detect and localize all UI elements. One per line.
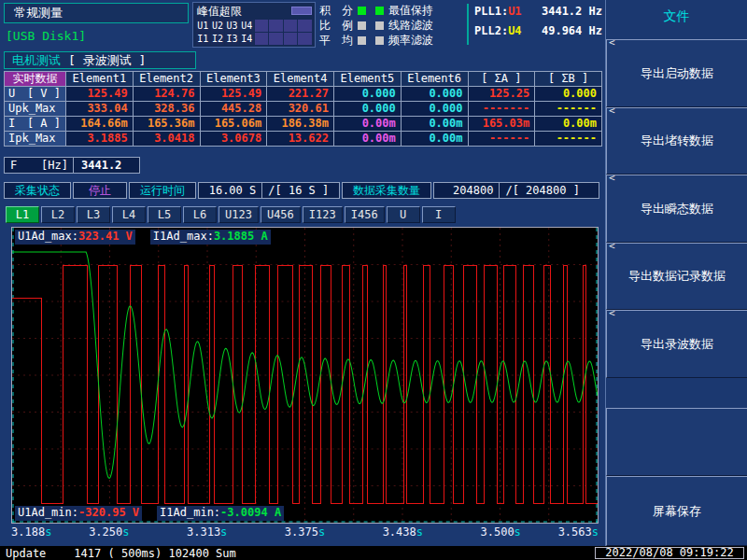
- sidebar-button-export-1[interactable]: <导出启动数据: [606, 39, 747, 107]
- sidebar-button-label: 导出录波数据: [641, 336, 713, 353]
- tab-L5[interactable]: L5: [148, 206, 181, 223]
- tab-L6[interactable]: L6: [183, 206, 217, 223]
- sidebar-button-export-4[interactable]: <导出数据记录数据: [606, 243, 747, 310]
- wave-min-labels: U1Ad_min:-320.95 V I1Ad_min:-3.0094 A: [15, 506, 284, 521]
- tab-I[interactable]: I: [422, 206, 456, 223]
- toggle-row: 线路滤波: [375, 19, 433, 34]
- peak-cell-I4: I4: [240, 33, 254, 45]
- tab-U456[interactable]: U456: [261, 206, 301, 223]
- table-cell-value: 0.000: [334, 102, 402, 117]
- table-cell-value: 186.38m: [267, 117, 334, 132]
- sample-count-value: 204800: [447, 183, 499, 198]
- table-cell-value: 320.61: [267, 102, 334, 117]
- chevron-left-icon: <: [609, 242, 615, 251]
- tab-L4[interactable]: L4: [112, 206, 146, 223]
- toggle-checkbox[interactable]: [358, 7, 366, 15]
- tab-L2[interactable]: L2: [41, 206, 75, 223]
- x-tick-unit: s: [416, 525, 423, 539]
- tab-U123[interactable]: U123: [218, 206, 259, 223]
- sidebar-button-export-5[interactable]: <导出录波数据: [606, 310, 747, 378]
- table-cell-value: 0.00m: [402, 132, 469, 147]
- toggle-checkbox[interactable]: [375, 21, 384, 30]
- x-tick-unit: s: [318, 525, 325, 539]
- table-cell-value: 0.00m: [535, 117, 602, 132]
- frequency-label: F [Hz]: [5, 158, 74, 173]
- tab-L1[interactable]: L1: [6, 206, 39, 223]
- table-cell-value: 3.0418: [134, 132, 201, 147]
- sidebar-button-export-2[interactable]: <导出堵转数据: [606, 107, 747, 175]
- u-min-readout: U1Ad_min:-320.95 V: [15, 506, 142, 521]
- sidebar-button-export-3[interactable]: <导出瞬态数据: [606, 175, 747, 243]
- table-row-label: I[ A ]: [5, 117, 66, 132]
- table-col-header: Element4: [267, 72, 334, 87]
- tab-I123[interactable]: I123: [303, 206, 343, 223]
- footer-bar: Update 1417 ( 500ms) 102400 Sum 2022/08/…: [0, 546, 747, 560]
- table-col-header: Element1: [66, 72, 134, 87]
- tab-I456[interactable]: I456: [345, 206, 385, 223]
- peak-cell-empty: [269, 33, 283, 45]
- u-min-unit: V: [126, 506, 139, 519]
- pll2-row: PLL2: U4 49.964 Hz: [474, 23, 602, 38]
- table-cell-value: 125.49: [66, 87, 134, 102]
- i-max-unit: A: [254, 230, 267, 243]
- toggle-checkbox[interactable]: [358, 36, 366, 45]
- peak-cell-I3: I3: [225, 33, 239, 45]
- table-cell-value: ------: [535, 132, 602, 147]
- frequency-box: F [Hz] 3441.2: [4, 157, 140, 174]
- row-label-text: Upk_Max: [8, 102, 56, 116]
- update-label: Update: [6, 547, 46, 560]
- table-col-header: Element5: [334, 72, 402, 87]
- x-tick-number: 3.188: [11, 525, 45, 539]
- toggle-checkbox[interactable]: [358, 21, 366, 30]
- trace-i1: [12, 252, 598, 478]
- toggle-group-right: 最值保持线路滤波频率滤波: [375, 4, 433, 49]
- table-cell-value: 0.000: [402, 87, 469, 102]
- test-mode-name: 电机测试: [12, 52, 61, 69]
- table-col-header: Element3: [201, 72, 268, 87]
- table-col-header: Element2: [134, 72, 201, 87]
- table-cell-value: 165.36m: [134, 117, 201, 132]
- row-label-text: U: [8, 87, 15, 101]
- peak-cell-empty: [284, 20, 298, 32]
- acquisition-status-row: 采集状态 停止 运行时间 16.00 S /[ 16 S ] 数据采集数量 20…: [4, 182, 599, 199]
- x-tick-label: 3.500s: [480, 525, 520, 539]
- table-cell-value: -------: [469, 102, 536, 117]
- toggle-checkbox[interactable]: [375, 36, 384, 45]
- measure-mode-title: 常规测量: [14, 6, 63, 20]
- i-min-readout: I1Ad_min:-3.0094 A: [157, 506, 284, 521]
- x-tick-label: 3.313s: [187, 525, 227, 539]
- x-tick-label: 3.438s: [383, 525, 423, 539]
- chevron-left-icon: <: [609, 38, 615, 48]
- tab-L3[interactable]: L3: [77, 206, 110, 223]
- x-tick-unit: s: [514, 525, 521, 539]
- i-max-label: I1Ad_max:: [153, 230, 214, 243]
- instrument-screen: 常规测量 [USB Disk1] 峰值超限 U1U2U3U4I1I2I3I4 积…: [0, 0, 747, 560]
- toggle-label: 积 分: [319, 4, 353, 17]
- row-unit-text: [ V ]: [27, 87, 61, 101]
- table-cell-value: 165.03m: [469, 117, 536, 132]
- pll2-value: 49.964 Hz: [542, 23, 602, 38]
- toggle-row: 比 例: [319, 19, 366, 34]
- i-min-unit: A: [268, 506, 281, 519]
- toggle-checkbox[interactable]: [375, 7, 384, 15]
- pll1-label: PLL1:: [474, 4, 508, 19]
- x-tick-unit: s: [220, 525, 227, 539]
- realtime-table: 实时数据Element1Element2Element3Element4Elem…: [4, 71, 602, 147]
- sidebar-button-save[interactable]: 屏幕保存: [606, 476, 747, 546]
- pll1-value: 3441.2 Hz: [542, 4, 602, 19]
- i-max-value: 3.1885: [214, 230, 254, 243]
- peak-cell-U2: U2: [211, 20, 225, 32]
- u-min-value: -320.95: [78, 506, 126, 519]
- toggle-row: 积 分: [319, 4, 366, 19]
- freq-symbol: F: [10, 159, 17, 172]
- table-cell-value: 3.0678: [201, 132, 268, 147]
- x-tick-label: 3.250s: [89, 525, 129, 539]
- table-cell-value: 124.76: [134, 87, 201, 102]
- peak-cell-empty: [298, 20, 312, 32]
- x-tick-unit: s: [122, 525, 129, 539]
- i-min-value: -3.0094: [220, 506, 268, 519]
- x-tick-number: 3.438: [383, 525, 416, 539]
- pll-panel: PLL1: U1 3441.2 Hz PLL2: U4 49.964 Hz: [467, 4, 602, 45]
- tab-U[interactable]: U: [387, 206, 420, 223]
- x-tick-label: 3.375s: [285, 525, 325, 539]
